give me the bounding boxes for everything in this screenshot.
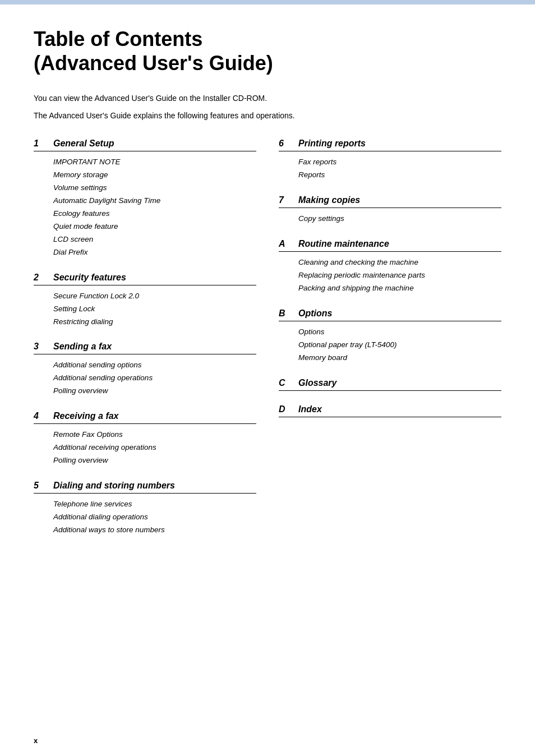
section-number-right-0: 6	[279, 139, 298, 149]
section-item-left-1-0: Secure Function Lock 2.0	[53, 290, 256, 303]
section-number-right-3: B	[279, 308, 298, 319]
section-items-right-1: Copy settings	[279, 213, 501, 225]
section-item-left-1-1: Setting Lock	[53, 303, 256, 316]
section-item-left-4-0: Telephone line services	[53, 498, 256, 511]
section-number-right-1: 7	[279, 195, 298, 205]
section-number-left-4: 5	[34, 481, 53, 491]
section-items-right-3: OptionsOptional paper tray (LT-5400)Memo…	[279, 326, 501, 365]
section-item-left-0-5: Quiet mode feature	[53, 220, 256, 233]
section-number-left-3: 4	[34, 411, 53, 421]
toc-section-left-0: 1General SetupIMPORTANT NOTEMemory stora…	[34, 139, 256, 259]
toc-section-right-1: 7Making copiesCopy settings	[279, 195, 501, 225]
section-number-left-1: 2	[34, 273, 53, 283]
section-header-right-5: DIndex	[279, 404, 501, 417]
section-header-right-0: 6Printing reports	[279, 139, 501, 151]
toc-section-left-4: 5Dialing and storing numbersTelephone li…	[34, 481, 256, 537]
page-number: x	[34, 736, 38, 745]
section-item-left-0-3: Automatic Daylight Saving Time	[53, 195, 256, 208]
section-number-right-4: C	[279, 378, 298, 388]
toc-section-left-3: 4Receiving a faxRemote Fax OptionsAdditi…	[34, 411, 256, 467]
section-header-left-1: 2Security features	[34, 273, 256, 285]
section-item-right-2-1: Replacing periodic maintenance parts	[298, 269, 501, 282]
section-title-right-5: Index	[298, 404, 322, 414]
section-header-right-3: BOptions	[279, 308, 501, 321]
page-footer: x	[34, 736, 38, 745]
intro-line1: You can view the Advanced User's Guide o…	[34, 92, 501, 104]
toc-grid: 1General SetupIMPORTANT NOTEMemory stora…	[34, 139, 501, 550]
section-number-left-0: 1	[34, 139, 53, 149]
title-line2: (Advanced User's Guide)	[34, 52, 273, 75]
section-title-left-2: Sending a fax	[53, 342, 112, 352]
section-header-right-4: CGlossary	[279, 378, 501, 391]
section-item-left-3-2: Polling overview	[53, 454, 256, 467]
section-item-right-3-2: Memory board	[298, 352, 501, 365]
section-item-left-1-2: Restricting dialing	[53, 316, 256, 329]
section-title-right-1: Making copies	[298, 195, 360, 205]
section-number-right-2: A	[279, 239, 298, 249]
toc-section-left-2: 3Sending a faxAdditional sending options…	[34, 342, 256, 398]
toc-section-right-3: BOptionsOptionsOptional paper tray (LT-5…	[279, 308, 501, 365]
section-item-left-0-6: LCD screen	[53, 233, 256, 246]
section-item-left-3-0: Remote Fax Options	[53, 428, 256, 441]
section-item-left-0-2: Volume settings	[53, 182, 256, 195]
section-title-left-1: Security features	[53, 273, 126, 283]
section-header-left-4: 5Dialing and storing numbers	[34, 481, 256, 494]
section-item-left-2-1: Additional sending operations	[53, 372, 256, 385]
section-item-left-0-1: Memory storage	[53, 169, 256, 182]
section-item-right-0-1: Reports	[298, 169, 501, 182]
section-item-left-4-1: Additional dialing operations	[53, 511, 256, 524]
section-title-left-4: Dialing and storing numbers	[53, 481, 175, 491]
section-header-left-3: 4Receiving a fax	[34, 411, 256, 424]
section-item-left-2-0: Additional sending options	[53, 359, 256, 372]
section-items-left-4: Telephone line servicesAdditional dialin…	[34, 498, 256, 537]
section-items-left-1: Secure Function Lock 2.0Setting LockRest…	[34, 290, 256, 329]
toc-section-right-5: DIndex	[279, 404, 501, 417]
section-header-right-2: ARoutine maintenance	[279, 239, 501, 252]
section-items-right-2: Cleaning and checking the machineReplaci…	[279, 256, 501, 295]
section-item-left-2-2: Polling overview	[53, 385, 256, 398]
intro-line2: The Advanced User's Guide explains the f…	[34, 109, 501, 122]
page-title: Table of Contents (Advanced User's Guide…	[34, 27, 501, 75]
section-title-right-4: Glossary	[298, 378, 336, 388]
section-item-right-3-1: Optional paper tray (LT-5400)	[298, 339, 501, 352]
section-title-right-2: Routine maintenance	[298, 239, 389, 249]
section-item-left-0-4: Ecology features	[53, 208, 256, 220]
toc-section-right-4: CGlossary	[279, 378, 501, 391]
section-item-left-0-0: IMPORTANT NOTE	[53, 156, 256, 169]
section-header-left-2: 3Sending a fax	[34, 342, 256, 354]
toc-right-column: 6Printing reportsFax reportsReports7Maki…	[279, 139, 501, 550]
top-bar	[0, 0, 535, 4]
section-items-left-0: IMPORTANT NOTEMemory storageVolume setti…	[34, 156, 256, 259]
section-items-right-0: Fax reportsReports	[279, 156, 501, 182]
toc-section-right-0: 6Printing reportsFax reportsReports	[279, 139, 501, 182]
section-item-right-1-0: Copy settings	[298, 213, 501, 225]
section-item-right-0-0: Fax reports	[298, 156, 501, 169]
toc-section-left-1: 2Security featuresSecure Function Lock 2…	[34, 273, 256, 329]
section-items-left-2: Additional sending optionsAdditional sen…	[34, 359, 256, 398]
section-item-left-3-1: Additional receiving operations	[53, 441, 256, 454]
toc-section-right-2: ARoutine maintenanceCleaning and checkin…	[279, 239, 501, 295]
section-title-left-3: Receiving a fax	[53, 411, 119, 421]
section-item-left-4-2: Additional ways to store numbers	[53, 524, 256, 537]
title-line1: Table of Contents	[34, 27, 202, 50]
section-title-right-3: Options	[298, 308, 332, 319]
section-header-left-0: 1General Setup	[34, 139, 256, 151]
section-title-right-0: Printing reports	[298, 139, 366, 149]
section-item-right-2-2: Packing and shipping the machine	[298, 282, 501, 295]
section-item-right-3-0: Options	[298, 326, 501, 339]
section-number-left-2: 3	[34, 342, 53, 352]
section-title-left-0: General Setup	[53, 139, 114, 149]
section-items-left-3: Remote Fax OptionsAdditional receiving o…	[34, 428, 256, 467]
toc-left-column: 1General SetupIMPORTANT NOTEMemory stora…	[34, 139, 256, 550]
page-content: Table of Contents (Advanced User's Guide…	[0, 4, 535, 584]
section-item-right-2-0: Cleaning and checking the machine	[298, 256, 501, 269]
section-header-right-1: 7Making copies	[279, 195, 501, 208]
section-number-right-5: D	[279, 404, 298, 414]
section-item-left-0-7: Dial Prefix	[53, 246, 256, 259]
